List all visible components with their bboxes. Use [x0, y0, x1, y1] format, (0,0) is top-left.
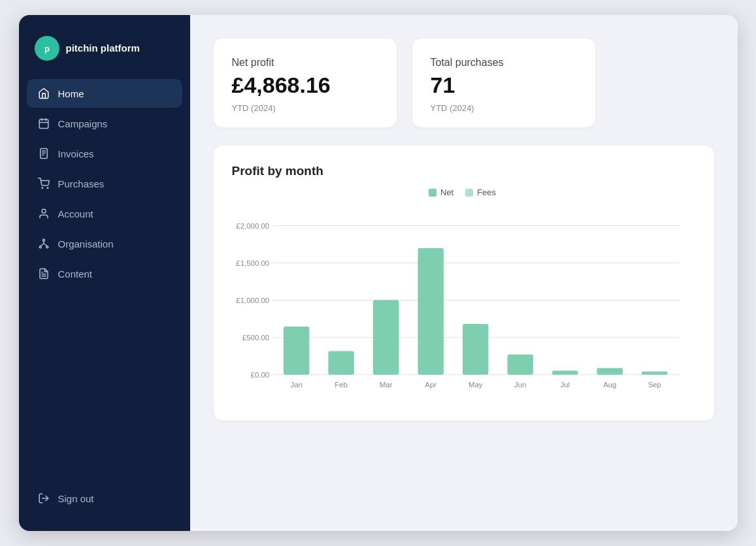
logo-area: p pitchin platform: [19, 15, 190, 79]
main-content: Net profit £4,868.16 YTD (2024) Total pu…: [190, 15, 738, 531]
sidebar-item-account-label: Account: [58, 208, 93, 219]
sidebar-item-purchases-label: Purchases: [58, 178, 105, 189]
svg-text:Sep: Sep: [648, 381, 661, 389]
svg-text:£1,000.00: £1,000.00: [236, 297, 269, 304]
svg-point-12: [42, 209, 46, 213]
svg-text:Aug: Aug: [603, 381, 616, 389]
sidebar-item-content-label: Content: [58, 268, 93, 280]
sidebar-item-home[interactable]: Home: [27, 79, 182, 108]
legend-fees: Fees: [465, 187, 496, 197]
svg-text:Jun: Jun: [514, 381, 526, 389]
svg-point-11: [47, 187, 48, 189]
logo-icon: p: [35, 36, 59, 61]
bar-jul: [552, 371, 578, 375]
sidebar-item-content[interactable]: Content: [27, 259, 182, 288]
net-profit-value: £4,868.16: [232, 72, 373, 98]
sidebar: p pitchin platform Home: [19, 15, 190, 531]
bar-aug: [597, 368, 622, 374]
chart-card: Profit by month Net Fees: [214, 146, 714, 421]
bar-jun: [507, 355, 533, 375]
legend-fees-label: Fees: [477, 187, 496, 197]
bar-apr: [418, 248, 443, 375]
bar-feb: [328, 351, 353, 374]
svg-text:£0.00: £0.00: [250, 371, 269, 379]
sidebar-item-signout-label: Sign out: [58, 493, 94, 504]
signout-icon: [37, 492, 50, 505]
sidebar-item-purchases[interactable]: Purchases: [27, 169, 182, 198]
sidebar-item-organisation-label: Organisation: [58, 238, 114, 249]
svg-point-10: [42, 187, 43, 189]
sidebar-item-invoices[interactable]: Invoices: [27, 139, 182, 168]
nav-list: Home Campaigns: [19, 79, 190, 484]
net-profit-period: YTD (2024): [232, 103, 373, 113]
bar-mar: [372, 300, 398, 375]
chart-legend: Net Fees: [232, 187, 693, 197]
sidebar-item-organisation[interactable]: Organisation: [27, 229, 182, 258]
invoices-icon: [37, 147, 50, 160]
svg-text:May: May: [468, 381, 482, 389]
svg-text:Apr: Apr: [425, 381, 436, 389]
sidebar-item-campaigns-label: Campaigns: [58, 118, 108, 129]
chart-title: Profit by month: [232, 164, 693, 178]
nav-bottom: Sign out: [19, 484, 190, 531]
total-purchases-label: Total purchases: [431, 57, 572, 69]
legend-net-label: Net: [440, 187, 453, 197]
sidebar-item-account[interactable]: Account: [27, 199, 182, 228]
logo-text: pitchin platform: [66, 42, 140, 54]
legend-fees-dot: [465, 189, 473, 197]
svg-text:Jan: Jan: [290, 381, 302, 389]
stats-row: Net profit £4,868.16 YTD (2024) Total pu…: [214, 39, 714, 127]
total-purchases-card: Total purchases 71 YTD (2024): [412, 39, 595, 127]
svg-rect-2: [39, 120, 48, 129]
purchases-icon: [37, 177, 50, 190]
content-icon: [37, 267, 50, 280]
sidebar-item-invoices-label: Invoices: [58, 148, 94, 159]
bar-sep: [642, 372, 667, 375]
total-purchases-value: 71: [431, 72, 572, 98]
svg-text:£2,000.00: £2,000.00: [236, 222, 269, 230]
svg-line-18: [44, 244, 47, 246]
bar-chart: £2,000.00 £1,500.00 £1,000.00 £500.00 £0…: [232, 209, 693, 405]
svg-text:£500.00: £500.00: [242, 334, 269, 342]
account-icon: [37, 207, 50, 220]
bar-may: [463, 324, 488, 375]
legend-net-dot: [429, 189, 436, 197]
svg-text:Feb: Feb: [335, 381, 348, 389]
svg-text:p: p: [44, 44, 50, 54]
organisation-icon: [37, 237, 50, 250]
svg-text:£1,500.00: £1,500.00: [236, 259, 269, 267]
total-purchases-period: YTD (2024): [431, 103, 572, 113]
bar-jan: [283, 327, 308, 375]
svg-text:Mar: Mar: [379, 381, 392, 389]
svg-text:Jul: Jul: [560, 381, 570, 389]
legend-net: Net: [429, 187, 453, 197]
sidebar-item-signout[interactable]: Sign out: [27, 484, 182, 513]
net-profit-card: Net profit £4,868.16 YTD (2024): [214, 39, 397, 127]
sidebar-item-home-label: Home: [58, 88, 84, 99]
sidebar-item-campaigns[interactable]: Campaigns: [27, 109, 182, 138]
net-profit-label: Net profit: [232, 57, 373, 69]
campaigns-icon: [37, 117, 50, 130]
svg-line-17: [40, 244, 43, 246]
home-icon: [37, 87, 50, 100]
